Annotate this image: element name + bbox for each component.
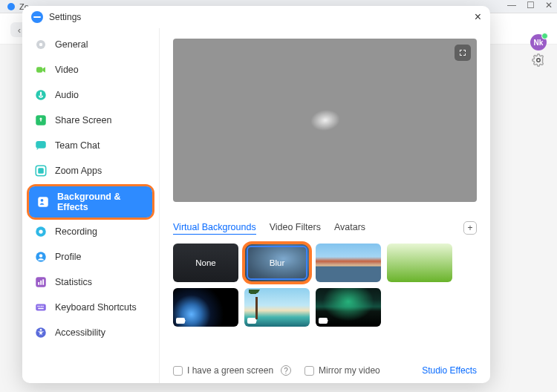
preview-blur-hint xyxy=(309,108,342,132)
sidebar-item-profile[interactable]: Profile xyxy=(27,245,154,269)
svg-rect-18 xyxy=(40,281,42,285)
close-icon[interactable]: × xyxy=(475,11,481,23)
checkbox-icon xyxy=(173,366,183,376)
sidebar-item-label: Team Chat xyxy=(55,140,100,151)
sidebar-item-label: Video xyxy=(55,65,79,75)
svg-rect-7 xyxy=(36,141,46,148)
background-option-beach[interactable] xyxy=(244,288,310,327)
tab-video-filters[interactable]: Video Filters xyxy=(270,222,321,234)
tab-virtual-backgrounds[interactable]: Virtual Backgrounds xyxy=(173,222,256,235)
sidebar-item-label: Accessibility xyxy=(55,327,105,338)
sidebar-item-audio[interactable]: Audio xyxy=(27,83,154,107)
svg-rect-17 xyxy=(38,282,39,285)
background-option-label: None xyxy=(195,258,216,267)
svg-rect-22 xyxy=(39,306,41,307)
sidebar-item-video[interactable]: Video xyxy=(27,58,154,82)
background-option-label: Blur xyxy=(270,258,284,267)
settings-titlebar: Settings × xyxy=(22,6,490,28)
svg-point-2 xyxy=(39,43,43,47)
svg-rect-10 xyxy=(38,197,48,207)
add-background-button[interactable]: + xyxy=(463,221,477,235)
window-close-button[interactable]: ✕ xyxy=(545,0,553,10)
audio-icon xyxy=(34,88,48,102)
sidebar-item-general[interactable]: General xyxy=(27,33,154,56)
video-icon xyxy=(34,63,48,76)
svg-point-15 xyxy=(39,254,43,258)
profile-icon xyxy=(34,250,48,264)
svg-rect-24 xyxy=(42,306,44,307)
sidebar-item-label: Recording xyxy=(55,226,97,237)
bg-icon xyxy=(36,195,50,209)
backgrounds-grid: NoneBlur xyxy=(173,244,477,327)
svg-point-0 xyxy=(537,59,541,62)
sidebar-item-bg[interactable]: Background & Effects xyxy=(29,186,152,218)
sidebar-item-apps[interactable]: Zoom Apps xyxy=(27,159,154,183)
background-option-none[interactable]: None xyxy=(173,244,238,282)
mirror-video-checkbox[interactable]: Mirror my video xyxy=(304,365,380,376)
green-screen-checkbox[interactable]: I have a green screen ? xyxy=(173,365,291,376)
svg-point-11 xyxy=(41,199,44,202)
settings-sidebar: GeneralVideoAudioShare ScreenTeam ChatZo… xyxy=(22,28,160,383)
video-icon xyxy=(176,318,185,324)
sidebar-item-label: Zoom Apps xyxy=(55,166,102,176)
effects-tabs: Virtual BackgroundsVideo FiltersAvatars+ xyxy=(173,221,477,235)
background-option-bridge[interactable] xyxy=(316,244,381,282)
svg-rect-20 xyxy=(36,304,46,311)
video-icon xyxy=(319,318,328,324)
svg-rect-3 xyxy=(36,67,42,73)
svg-point-13 xyxy=(39,229,42,233)
svg-rect-21 xyxy=(38,306,39,307)
sidebar-item-label: Audio xyxy=(55,90,79,100)
avatar-initials: Nk xyxy=(534,39,544,47)
svg-rect-25 xyxy=(38,308,44,310)
recording-icon xyxy=(34,225,48,238)
sidebar-item-chat[interactable]: Team Chat xyxy=(27,134,154,157)
gear-icon[interactable] xyxy=(532,53,545,70)
sidebar-item-a11y[interactable]: Accessibility xyxy=(27,321,154,344)
svg-rect-9 xyxy=(38,168,44,174)
sidebar-item-label: Share Screen xyxy=(55,115,111,125)
keyboard-icon xyxy=(34,301,48,314)
svg-rect-23 xyxy=(41,306,42,307)
annotation-highlight: Background & Effects xyxy=(27,184,154,220)
background-option-blur[interactable]: Blur xyxy=(244,244,310,282)
sidebar-item-label: Statistics xyxy=(55,277,92,287)
enter-fullscreen-button[interactable] xyxy=(455,45,471,61)
sidebar-item-stats[interactable]: Statistics xyxy=(27,270,154,294)
sidebar-item-recording[interactable]: Recording xyxy=(27,220,154,244)
sidebar-item-keyboard[interactable]: Keyboard Shortcuts xyxy=(27,295,154,319)
background-option-aurora[interactable] xyxy=(316,288,381,327)
background-option-earth[interactable] xyxy=(173,288,238,327)
sidebar-item-share[interactable]: Share Screen xyxy=(27,108,154,132)
help-icon[interactable]: ? xyxy=(281,365,291,376)
zoom-favicon-icon xyxy=(7,3,15,10)
avatar[interactable]: Nk xyxy=(530,34,547,50)
settings-window: Settings × GeneralVideoAudioShare Screen… xyxy=(22,6,490,383)
share-icon xyxy=(34,114,48,127)
stats-icon xyxy=(34,275,48,289)
a11y-icon xyxy=(34,326,48,339)
background-option-grass[interactable] xyxy=(387,244,452,282)
sidebar-item-label: Profile xyxy=(55,252,81,262)
effects-footer: I have a green screen ? Mirror my video … xyxy=(173,358,477,376)
general-icon xyxy=(34,38,48,51)
settings-title: Settings xyxy=(49,12,81,22)
mirror-label: Mirror my video xyxy=(319,365,380,376)
green-screen-label: I have a green screen xyxy=(187,365,273,376)
video-icon xyxy=(247,318,256,324)
window-maximize-button[interactable]: ☐ xyxy=(527,0,535,10)
video-preview xyxy=(173,39,477,202)
svg-rect-5 xyxy=(40,92,42,97)
chat-icon xyxy=(34,139,48,152)
tab-avatars[interactable]: Avatars xyxy=(334,222,365,234)
svg-rect-19 xyxy=(42,279,44,285)
sidebar-item-label: General xyxy=(55,39,88,50)
sidebar-item-label: Keyboard Shortcuts xyxy=(55,302,137,313)
sidebar-item-label: Background & Effects xyxy=(57,192,145,212)
checkbox-icon xyxy=(304,366,314,376)
studio-effects-link[interactable]: Studio Effects xyxy=(422,365,477,376)
zoom-logo-icon xyxy=(31,11,43,23)
apps-icon xyxy=(34,164,48,177)
svg-point-27 xyxy=(40,329,42,331)
window-minimize-button[interactable]: — xyxy=(507,0,516,10)
